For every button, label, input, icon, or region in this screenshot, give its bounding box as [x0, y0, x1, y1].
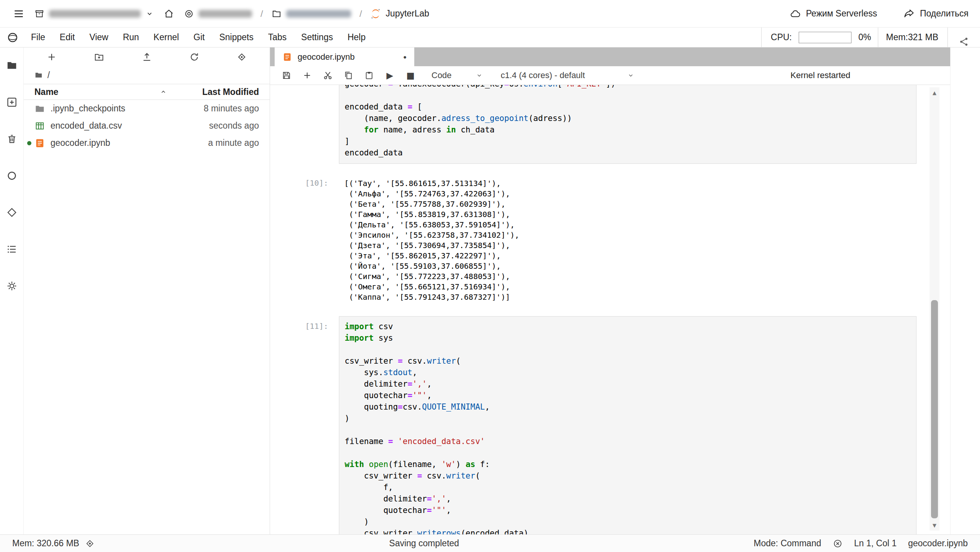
kernel-select[interactable]: c1.4 (4 cores) - default: [501, 70, 635, 80]
insert-cell-button[interactable]: [297, 67, 317, 83]
dirty-indicator-dot[interactable]: ●: [403, 54, 407, 60]
notebook-toolbar: ▶ ■ Code c1.4 (4 cores) - default Kernel…: [270, 66, 950, 85]
file-name: encoded_data.csv: [50, 121, 209, 131]
breadcrumb-separator: /: [260, 8, 263, 19]
column-header-name[interactable]: Name: [34, 87, 171, 97]
chevron-down-icon: [627, 72, 635, 79]
file-list: .ipynb_checkpoints 8 minutes ago encoded…: [24, 100, 270, 152]
scrollbar-thumb[interactable]: [931, 300, 938, 518]
menu-item-git[interactable]: Git: [186, 32, 212, 42]
datasphere-logo-icon: [7, 32, 18, 43]
home-icon: [164, 8, 174, 19]
home-button[interactable]: [162, 7, 176, 20]
notebook-file-icon: [34, 138, 45, 149]
notebook-scrollbar[interactable]: ▲ ▼: [930, 87, 939, 531]
new-folder-button[interactable]: [92, 50, 106, 64]
scroll-up-arrow[interactable]: ▲: [930, 87, 939, 98]
sidebar-tab-files[interactable]: [5, 59, 18, 72]
menu-item-file[interactable]: File: [24, 32, 52, 42]
status-left: Mem: 320.66 MB: [12, 538, 94, 549]
folder-item-icon: [34, 103, 45, 114]
jupyter-logo-icon: [370, 8, 381, 19]
serverless-mode-button[interactable]: Режим Serverless: [790, 8, 877, 19]
file-browser-breadcrumb[interactable]: /: [24, 66, 270, 84]
sidebar-tab-snippets[interactable]: [5, 243, 18, 256]
paste-cell-button[interactable]: [359, 67, 379, 83]
file-browser-toolbar: [24, 47, 270, 66]
topbar: / / JupyterLab Режим Serverless Поделить…: [0, 0, 980, 28]
share-button[interactable]: Поделиться: [904, 8, 969, 19]
sidebar-tab-settings[interactable]: [5, 279, 18, 292]
refresh-button[interactable]: [187, 50, 201, 64]
copy-cell-button[interactable]: [338, 67, 359, 83]
menu-item-help[interactable]: Help: [340, 32, 373, 42]
stop-kernel-button[interactable]: ■: [400, 67, 421, 83]
tab-geocoder-ipynb[interactable]: geocoder.ipynb ●: [275, 47, 414, 66]
name-column-label: Name: [34, 87, 59, 97]
menu-item-run[interactable]: Run: [116, 32, 146, 42]
topbar-actions: Режим Serverless Поделиться: [790, 8, 969, 19]
notebook-cell[interactable]: geocoder = YandexGeocoder(api_key=os.env…: [270, 85, 927, 164]
cloud-org-switcher[interactable]: [34, 9, 154, 19]
file-modified: seconds ago: [209, 121, 259, 131]
redacted-community-name: [199, 10, 252, 18]
menu-item-view[interactable]: View: [82, 32, 116, 42]
column-header-modified[interactable]: Last Modified: [171, 87, 259, 97]
right-sidebar: [950, 47, 980, 534]
cell-type-select[interactable]: Code: [431, 70, 483, 80]
active-file-name: geocoder.ipynb: [908, 538, 968, 549]
cut-cell-button[interactable]: [317, 67, 338, 83]
kernel-value: c1.4 (4 cores) - default: [501, 70, 585, 80]
breadcrumb-root: /: [47, 70, 50, 80]
checkpoint-button[interactable]: [235, 50, 249, 64]
sidebar-tab-sessions[interactable]: [5, 169, 18, 182]
run-cell-button[interactable]: ▶: [379, 67, 400, 83]
file-modified: a minute ago: [208, 138, 259, 148]
mem-indicator: Mem:321 MB: [878, 28, 938, 47]
notebook-panel: geocoder = YandexGeocoder(api_key=os.env…: [270, 85, 950, 534]
cell-code-editor[interactable]: import csvimport sys csv_writer = csv.wr…: [339, 316, 917, 534]
save-button[interactable]: [276, 67, 297, 83]
csv-file-icon: [34, 121, 45, 131]
hamburger-icon: [13, 8, 24, 20]
menu-item-snippets[interactable]: Snippets: [212, 32, 261, 42]
command-mode-indicator[interactable]: Mode: Command: [754, 538, 821, 549]
folder-small-icon: [34, 71, 43, 79]
hamburger-menu-button[interactable]: [11, 7, 26, 21]
share-nodes-icon[interactable]: [959, 36, 969, 47]
file-row-ipynb-checkpoints[interactable]: .ipynb_checkpoints 8 minutes ago: [24, 100, 270, 117]
project-breadcrumb[interactable]: [272, 9, 351, 19]
checkpoint-diamond-icon[interactable]: [85, 539, 94, 548]
file-browser: / Name Last Modified .ipynb_checkpoints …: [24, 47, 270, 534]
datasphere-logo-button[interactable]: [5, 30, 20, 45]
kernel-interrupt-icon[interactable]: [833, 539, 843, 549]
cpu-percent: 0%: [858, 32, 871, 42]
menu-item-settings[interactable]: Settings: [294, 32, 340, 42]
list-icon: [6, 243, 18, 255]
folder-plus-icon: [94, 52, 104, 62]
menubar: FileEditViewRunKernelGitSnippetsTabsSett…: [0, 28, 980, 47]
plus-box-icon: [6, 96, 18, 108]
cell-code-editor[interactable]: geocoder = YandexGeocoder(api_key=os.env…: [339, 85, 917, 164]
file-row-encoded-data-csv[interactable]: encoded_data.csv seconds ago: [24, 117, 270, 134]
file-row-geocoder-ipynb[interactable]: geocoder.ipynb a minute ago: [24, 134, 270, 152]
sidebar-tab-checkpoints[interactable]: [5, 206, 18, 219]
gear-icon: [6, 280, 18, 292]
new-launcher-button[interactable]: [45, 50, 59, 64]
plus-icon: [302, 70, 312, 80]
menubar-right-gutter: [948, 28, 980, 47]
sidebar-tab-new[interactable]: [5, 96, 18, 109]
cursor-position[interactable]: Ln 1, Col 1: [854, 538, 897, 549]
sidebar-tab-trash[interactable]: [5, 132, 18, 145]
menu-item-kernel[interactable]: Kernel: [146, 32, 186, 42]
notebook-cell[interactable]: [11]:import csvimport sys csv_writer = c…: [270, 316, 927, 534]
scroll-down-arrow[interactable]: ▼: [930, 520, 939, 531]
menu-item-edit[interactable]: Edit: [52, 32, 82, 42]
running-kernel-dot: [27, 141, 31, 145]
notebook-cell[interactable]: [10]:[('Тау', '[55.861615,37.513134]'), …: [270, 178, 927, 302]
upload-button[interactable]: [140, 50, 154, 64]
jupyterlab-breadcrumb: JupyterLab: [370, 8, 429, 19]
menu-item-tabs[interactable]: Tabs: [261, 32, 294, 42]
community-breadcrumb[interactable]: [184, 9, 252, 19]
file-name: .ipynb_checkpoints: [50, 103, 204, 114]
